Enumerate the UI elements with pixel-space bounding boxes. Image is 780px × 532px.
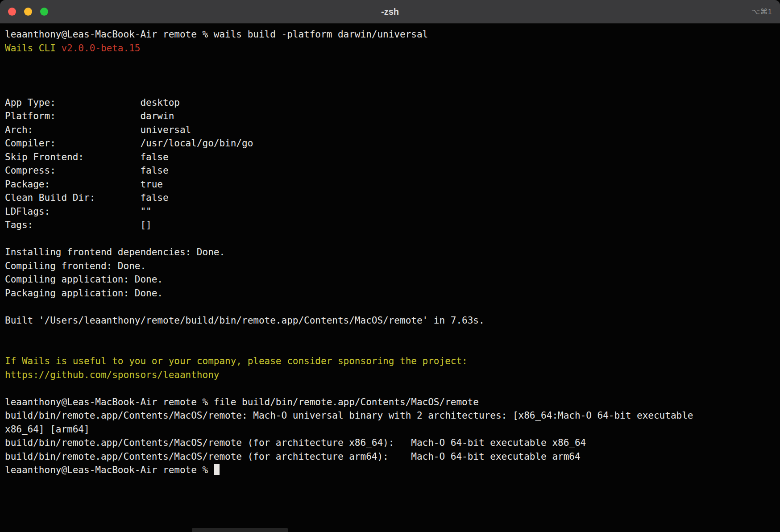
- terminal-text-segment: Platform: darwin: [5, 111, 174, 121]
- terminal-line: [5, 327, 775, 341]
- terminal-line: [5, 55, 775, 69]
- terminal-text-segment: Compress: false: [5, 165, 169, 176]
- terminal-text-segment: If Wails is useful to you or your compan…: [5, 356, 468, 366]
- terminal-cursor: [214, 464, 220, 475]
- terminal-line: Compiler: /usr/local/go/bin/go: [5, 137, 775, 150]
- terminal-text-segment: https://github.com/sponsors/leaanthony: [5, 370, 219, 380]
- terminal-line: x86_64] [arm64]: [5, 423, 775, 436]
- terminal-window: -zsh ⌥⌘1 leaanthony@Leas-MacBook-Air rem…: [0, 0, 780, 532]
- terminal-text-segment: Installing frontend dependencies: Done.: [5, 247, 225, 258]
- terminal-line: build/bin/remote.app/Contents/MacOS/remo…: [5, 436, 775, 450]
- terminal-line: Arch: universal: [5, 123, 775, 137]
- terminal-text-segment: Package: true: [5, 179, 163, 190]
- background-window-sliver: [192, 528, 288, 532]
- terminal-text-segment: Skip Frontend: false: [5, 152, 169, 162]
- tab-shortcut-badge: ⌥⌘1: [751, 7, 772, 17]
- terminal-line: leaanthony@Leas-MacBook-Air remote % fil…: [5, 395, 775, 409]
- terminal-text-segment: Arch: universal: [5, 125, 191, 135]
- terminal-text-segment: Built '/Users/leaanthony/remote/build/bi…: [5, 315, 485, 326]
- terminal-line: Packaging application: Done.: [5, 287, 775, 300]
- window-title: -zsh: [0, 7, 780, 17]
- terminal-text-segment: Tags: []: [5, 220, 152, 230]
- terminal-line: Built '/Users/leaanthony/remote/build/bi…: [5, 314, 775, 328]
- terminal-text-segment: LDFlags: "": [5, 206, 152, 217]
- terminal-text-segment: Compiling application: Done.: [5, 274, 163, 285]
- terminal-text-segment: Compiling frontend: Done.: [5, 261, 146, 271]
- terminal-text-segment: leaanthony@Leas-MacBook-Air remote %: [5, 465, 214, 475]
- terminal-line: [5, 82, 775, 96]
- terminal-line: App Type: desktop: [5, 96, 775, 110]
- terminal-line: [5, 300, 775, 314]
- terminal-line: Platform: darwin: [5, 109, 775, 123]
- terminal-line: Wails CLI v2.0.0-beta.15: [5, 42, 775, 55]
- terminal-line: [5, 382, 775, 395]
- terminal-text-segment: v2.0.0-beta.15: [61, 43, 140, 54]
- terminal-text-segment: x86_64] [arm64]: [5, 424, 90, 435]
- titlebar[interactable]: -zsh ⌥⌘1: [0, 0, 780, 24]
- terminal-text-segment: Clean Build Dir: false: [5, 192, 169, 203]
- terminal-line: Skip Frontend: false: [5, 150, 775, 164]
- terminal-line: If Wails is useful to you or your compan…: [5, 354, 775, 368]
- terminal-text-segment: Compiler: /usr/local/go/bin/go: [5, 138, 253, 149]
- terminal-line: build/bin/remote.app/Contents/MacOS/remo…: [5, 450, 775, 464]
- terminal-line: Installing frontend dependencies: Done.: [5, 245, 775, 259]
- terminal-line: Tags: []: [5, 218, 775, 232]
- terminal-line: LDFlags: "": [5, 205, 775, 219]
- terminal-text-segment: leaanthony@Leas-MacBook-Air remote % fil…: [5, 397, 479, 407]
- terminal-line: Compress: false: [5, 164, 775, 178]
- terminal-line: leaanthony@Leas-MacBook-Air remote % wai…: [5, 28, 775, 42]
- terminal-text-segment: App Type: desktop: [5, 97, 180, 108]
- terminal-line: https://github.com/sponsors/leaanthony: [5, 368, 775, 382]
- terminal-line: Package: true: [5, 178, 775, 191]
- terminal-line: leaanthony@Leas-MacBook-Air remote %: [5, 463, 775, 477]
- terminal-line: build/bin/remote.app/Contents/MacOS/remo…: [5, 409, 775, 423]
- terminal-text-segment: build/bin/remote.app/Contents/MacOS/remo…: [5, 451, 581, 462]
- terminal-line: [5, 69, 775, 83]
- terminal-output[interactable]: leaanthony@Leas-MacBook-Air remote % wai…: [0, 24, 780, 532]
- terminal-text-segment: build/bin/remote.app/Contents/MacOS/remo…: [5, 437, 586, 448]
- terminal-line: Compiling frontend: Done.: [5, 259, 775, 273]
- terminal-text-segment: Wails CLI: [5, 43, 61, 54]
- terminal-text-segment: Packaging application: Done.: [5, 288, 163, 299]
- terminal-line: Clean Build Dir: false: [5, 191, 775, 205]
- terminal-line: [5, 341, 775, 355]
- terminal-text-segment: leaanthony@Leas-MacBook-Air remote % wai…: [5, 29, 428, 40]
- terminal-text-segment: build/bin/remote.app/Contents/MacOS/remo…: [5, 410, 693, 421]
- terminal-line: [5, 232, 775, 246]
- terminal-line: Compiling application: Done.: [5, 273, 775, 287]
